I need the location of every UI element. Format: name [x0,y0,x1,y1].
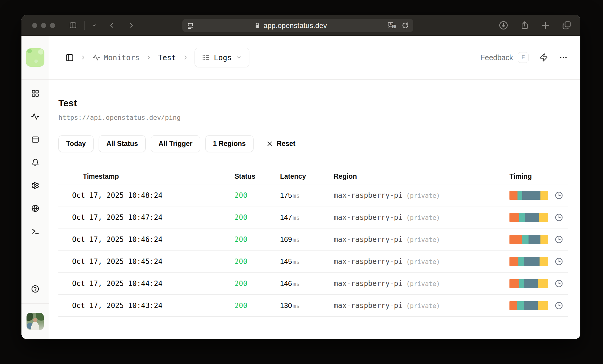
timing-bar [509,301,548,310]
timing-segment [539,213,548,222]
download-icon[interactable] [499,21,508,30]
table-header-row: Timestamp Status Latency Region Timing [58,169,568,184]
log-timestamp: Oct 17, 2025 10:45:24 [72,257,234,266]
zoom-window-icon[interactable] [50,23,55,28]
chevron-right-icon [146,53,151,62]
timing-segment [529,235,540,244]
log-region: max-raspberry-pi [334,301,402,310]
chevron-down-icon [236,55,242,60]
timing-segment [509,235,522,244]
timing-segment [524,257,540,266]
view-switcher-button[interactable]: Logs [195,48,249,67]
timing-bar [509,257,548,266]
date-filter-button[interactable]: Today [58,135,94,152]
window-controls[interactable] [32,23,55,28]
table-row[interactable]: Oct 17, 2025 10:46:24 200 169ms max-rasp… [58,228,568,251]
clock-icon[interactable] [555,213,563,222]
trigger-filter-button[interactable]: All Trigger [151,135,200,152]
chevron-right-icon [183,53,188,62]
table-row[interactable]: Oct 17, 2025 10:48:24 200 175ms max-rasp… [58,184,568,206]
breadcrumb: Monitors Test Logs [65,48,249,67]
new-tab-icon[interactable] [541,21,550,30]
timing-segment [538,301,548,310]
log-timestamp: Oct 17, 2025 10:43:24 [72,301,234,310]
translate-icon[interactable]: A 文 [387,21,397,30]
monitors-icon[interactable] [31,112,39,122]
timing-segment [540,257,548,266]
regions-filter-button[interactable]: 1 Regions [205,135,254,152]
table-row[interactable]: Oct 17, 2025 10:44:24 200 146ms max-rasp… [58,273,568,295]
status-filter-button[interactable]: All Status [99,135,146,152]
timing-segment [540,191,548,200]
user-avatar[interactable] [27,313,44,330]
command-menu-icon[interactable] [539,53,548,62]
notifications-icon[interactable] [31,158,39,168]
back-icon[interactable] [108,21,115,29]
reader-icon[interactable] [187,22,194,29]
globe-icon[interactable] [31,204,39,214]
column-timing: Timing [509,172,568,181]
log-latency: 169 [280,235,292,244]
log-latency: 146 [280,279,292,288]
table-row[interactable]: Oct 17, 2025 10:45:24 200 145ms max-rasp… [58,251,568,273]
reset-filters-button[interactable]: Reset [266,140,296,148]
logs-table: Timestamp Status Latency Region Timing O… [58,169,568,317]
timing-segment [524,279,538,288]
cli-icon[interactable] [31,227,39,237]
column-latency: Latency [280,172,334,181]
clock-icon[interactable] [555,257,563,266]
log-status: 200 [234,301,280,310]
clock-icon[interactable] [555,279,563,288]
log-region: max-raspberry-pi [334,213,402,222]
log-region: max-raspberry-pi [334,191,402,200]
timing-segment [524,301,538,310]
timing-bar [509,213,548,222]
timing-segment [519,279,524,288]
timing-segment [509,257,518,266]
breadcrumb-current[interactable]: Test [158,53,176,62]
logs-icon [202,54,210,61]
help-icon[interactable] [31,285,39,294]
app-header: Monitors Test Logs [49,36,580,80]
timing-segment [509,213,519,222]
log-timestamp: Oct 17, 2025 10:47:24 [72,213,234,222]
timing-bar [509,191,548,200]
timing-segment [509,301,517,310]
x-icon [266,141,273,147]
workspace-logo[interactable] [26,48,44,67]
clock-icon[interactable] [555,191,563,200]
tab-overview-icon[interactable] [562,21,571,30]
browser-toolbar: app.openstatus.dev A 文 [21,15,580,36]
column-timestamp: Timestamp [72,172,234,181]
status-pages-icon[interactable] [31,136,39,145]
log-region: max-raspberry-pi [334,257,402,266]
table-row[interactable]: Oct 17, 2025 10:47:24 200 147ms max-rasp… [58,206,568,228]
sidebar-toggle-icon[interactable] [65,53,74,62]
log-latency: 145 [280,257,292,266]
column-region: Region [334,172,509,181]
more-options-icon[interactable] [559,53,568,62]
reload-icon[interactable] [402,22,409,29]
breadcrumb-monitors[interactable]: Monitors [92,53,139,62]
table-row[interactable]: Oct 17, 2025 10:43:24 200 130ms max-rasp… [58,295,568,317]
address-text[interactable]: app.openstatus.dev [263,21,327,30]
close-window-icon[interactable] [32,23,37,28]
feedback-button[interactable]: Feedback F [480,52,529,63]
log-timestamp: Oct 17, 2025 10:48:24 [72,191,234,200]
address-bar[interactable]: app.openstatus.dev A 文 [182,19,413,32]
share-icon[interactable] [520,21,529,30]
forward-icon[interactable] [128,21,135,29]
log-region: max-raspberry-pi [334,235,402,244]
dashboard-icon[interactable] [31,89,39,99]
clock-icon[interactable] [555,235,563,244]
timing-segment [519,213,525,222]
feedback-shortcut-badge: F [518,52,529,63]
clock-icon[interactable] [555,301,563,310]
log-timestamp: Oct 17, 2025 10:44:24 [72,279,234,288]
minimize-window-icon[interactable] [41,23,46,28]
chevron-down-icon[interactable] [92,23,97,28]
settings-icon[interactable] [31,181,39,191]
browser-sidebar-icon[interactable] [69,21,77,29]
toolbar-divider [84,21,85,30]
page-title: Test [58,98,568,109]
